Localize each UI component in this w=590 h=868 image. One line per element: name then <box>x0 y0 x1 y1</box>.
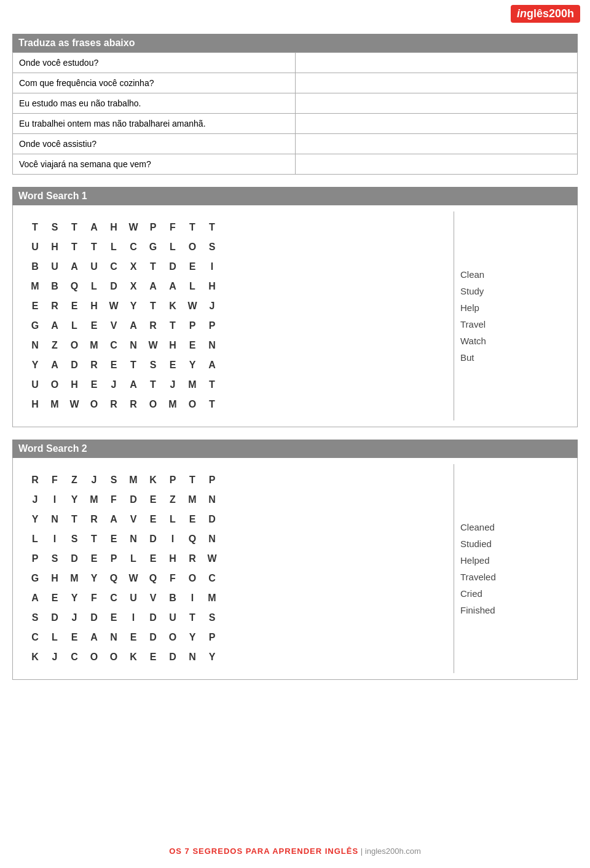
grid-cell: X <box>124 277 143 296</box>
word-item: Clean <box>460 269 565 280</box>
grid-cell: D <box>45 608 65 628</box>
english-answer[interactable] <box>295 134 578 154</box>
grid-cell: T <box>65 218 84 237</box>
grid-cell: N <box>124 336 143 355</box>
grid-cell: V <box>124 510 143 529</box>
page-header: in glês200h <box>0 0 590 28</box>
grid-cell: S <box>143 355 163 375</box>
grid-cell: F <box>45 470 65 490</box>
wordsearch2-grid: RFZJSMKPTPJIYMFDEZMNYNTRAVELEDLISTENDIQN… <box>13 458 454 679</box>
english-answer[interactable] <box>295 73 578 93</box>
grid-cell: S <box>104 470 124 490</box>
grid-cell: F <box>163 218 183 237</box>
translation-row: Eu trabalhei ontem mas não trabalharei a… <box>13 114 578 134</box>
grid-cell: E <box>143 549 163 569</box>
word-item: Help <box>460 302 565 313</box>
logo: in glês200h <box>511 5 580 23</box>
grid-cell: O <box>104 647 124 667</box>
grid-cell: Q <box>183 529 202 549</box>
translation-row: Eu estudo mas eu não trabalho. <box>13 93 578 114</box>
word-item: Watch <box>460 336 565 346</box>
grid-cell: D <box>124 490 143 510</box>
grid-cell: O <box>84 647 104 667</box>
grid-cell: C <box>104 336 124 355</box>
grid-row: BUAUCXTDEI <box>25 257 222 277</box>
grid-cell: D <box>143 608 163 628</box>
grid-cell: D <box>104 277 124 296</box>
grid-cell: M <box>45 395 65 414</box>
grid-cell: O <box>45 375 65 395</box>
grid-cell: S <box>202 608 222 628</box>
wordsearch1-title: Word Search 1 <box>12 187 578 205</box>
portuguese-phrase: Você viajará na semana que vem? <box>13 154 296 175</box>
grid-cell: A <box>84 628 104 647</box>
grid-cell: R <box>183 549 202 569</box>
grid-cell: A <box>25 588 45 608</box>
grid-cell: A <box>143 277 163 296</box>
grid-cell: Y <box>84 569 104 588</box>
word-item: Study <box>460 286 565 296</box>
grid-cell: E <box>25 296 45 316</box>
english-answer[interactable] <box>295 114 578 134</box>
grid-cell: N <box>25 336 45 355</box>
grid-cell: D <box>202 510 222 529</box>
grid-cell: E <box>65 628 84 647</box>
grid-cell: W <box>104 296 124 316</box>
wordsearch1-section: Word Search 1 TSTAHWPFTTUHTTLCGLOSBUAUCX… <box>12 187 578 427</box>
grid-cell: E <box>104 355 124 375</box>
grid-row: UOHEJATJMT <box>25 375 222 395</box>
grid-cell: H <box>25 395 45 414</box>
grid-row: PSDEPLEHRW <box>25 549 222 569</box>
grid-cell: D <box>163 257 183 277</box>
english-answer[interactable] <box>295 93 578 114</box>
grid-cell: H <box>163 549 183 569</box>
grid-cell: X <box>124 257 143 277</box>
grid-cell: M <box>65 569 84 588</box>
grid-cell: P <box>202 470 222 490</box>
page-footer: OS 7 SEGREDOS PARA APRENDER INGLÊS | ing… <box>0 846 590 856</box>
grid-cell: E <box>183 257 202 277</box>
grid-cell: T <box>84 529 104 549</box>
grid-cell: N <box>202 490 222 510</box>
grid-cell: P <box>202 316 222 336</box>
grid-cell: R <box>45 296 65 316</box>
grid-cell: S <box>45 218 65 237</box>
grid-cell: E <box>104 529 124 549</box>
grid-cell: W <box>183 296 202 316</box>
grid-cell: N <box>183 647 202 667</box>
grid-cell: F <box>104 490 124 510</box>
grid-cell: I <box>45 490 65 510</box>
grid-row: GHMYQWQFOC <box>25 569 222 588</box>
grid-cell: G <box>25 569 45 588</box>
grid-cell: H <box>84 296 104 316</box>
grid-cell: C <box>65 647 84 667</box>
grid-cell: I <box>124 608 143 628</box>
grid-cell: D <box>65 355 84 375</box>
grid-cell: Z <box>65 470 84 490</box>
grid-cell: K <box>124 647 143 667</box>
footer-separator: | <box>361 846 363 856</box>
grid-cell: U <box>25 375 45 395</box>
grid-row: YNTRAVELED <box>25 510 222 529</box>
word-item: Finished <box>460 605 565 615</box>
english-answer[interactable] <box>295 53 578 73</box>
portuguese-phrase: Eu estudo mas eu não trabalho. <box>13 93 296 114</box>
word-item: Traveled <box>460 572 565 582</box>
grid-row: SDJDEIDUTS <box>25 608 222 628</box>
grid-cell: W <box>202 549 222 569</box>
grid-cell: B <box>45 277 65 296</box>
grid-cell: L <box>163 510 183 529</box>
grid-cell: L <box>124 549 143 569</box>
grid-cell: O <box>183 569 202 588</box>
english-answer[interactable] <box>295 154 578 175</box>
translation-row: Onde você assistiu? <box>13 134 578 154</box>
grid-cell: L <box>65 316 84 336</box>
grid-cell: M <box>183 375 202 395</box>
wordsearch1-grid: TSTAHWPFTTUHTTLCGLOSBUAUCXTDEIMBQLDXAALH… <box>13 205 454 427</box>
grid-row: JIYMFDEZMN <box>25 490 222 510</box>
grid-cell: M <box>124 470 143 490</box>
grid-cell: P <box>163 470 183 490</box>
grid-cell: K <box>143 470 163 490</box>
grid-cell: H <box>163 336 183 355</box>
grid-cell: A <box>202 355 222 375</box>
